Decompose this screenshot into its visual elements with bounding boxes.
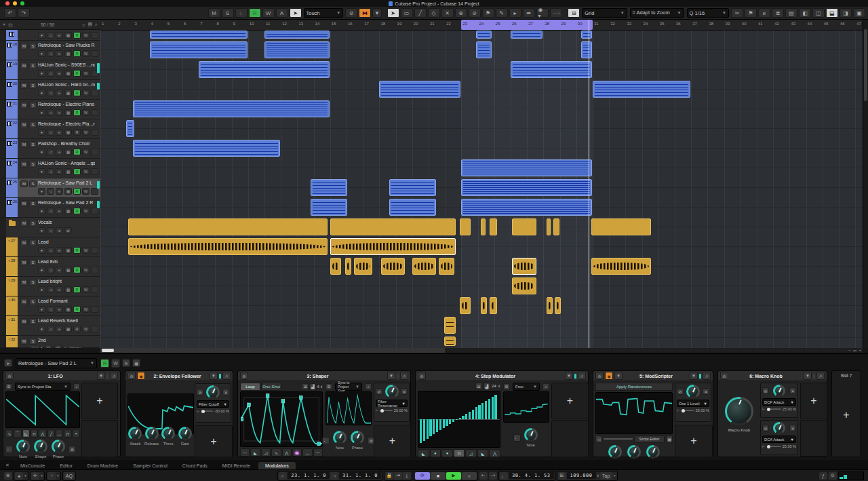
track-name[interactable]: Lead xyxy=(38,239,95,244)
macro-empty-slot[interactable] xyxy=(800,420,827,457)
add-track-button[interactable]: + xyxy=(3,22,5,27)
sidechain-icon[interactable]: ◉ xyxy=(137,372,145,380)
bypass-icon[interactable]: ⊘ xyxy=(595,372,604,380)
record-enable-icon[interactable]: ● xyxy=(38,70,45,77)
audio-clip[interactable] xyxy=(444,336,456,346)
edit-channel-icon[interactable]: e xyxy=(56,149,63,155)
record-enable-icon[interactable]: ● xyxy=(38,247,45,254)
step-bar[interactable] xyxy=(429,419,431,436)
preset-dropdown-icon[interactable]: ▼ xyxy=(690,372,698,380)
line-tool[interactable]: ➦ xyxy=(523,8,535,18)
step-bar[interactable] xyxy=(485,401,487,419)
automation-s-button[interactable]: S xyxy=(222,8,234,18)
pre-roll-icon[interactable]: ⇠ xyxy=(479,472,488,480)
attack-knob[interactable] xyxy=(128,427,142,440)
track-row[interactable]: ≈28MSLead 8vb●◁e▦RW xyxy=(0,257,100,277)
group-icon[interactable]: ≡ xyxy=(56,227,63,234)
midi-clip[interactable] xyxy=(511,61,592,78)
audio-clip[interactable] xyxy=(547,297,553,314)
record-enable-icon[interactable]: ● xyxy=(38,267,45,273)
record-enable-icon[interactable]: ● xyxy=(38,109,45,116)
phase-knob[interactable] xyxy=(52,440,65,453)
read-automation-button[interactable]: R xyxy=(100,359,109,368)
cycle-button[interactable]: ⟳ xyxy=(415,472,430,480)
find-track-icon[interactable]: ⌕ xyxy=(95,22,98,27)
open-quantize-panel-icon[interactable]: e xyxy=(758,8,770,18)
midi-clip[interactable] xyxy=(476,41,492,58)
shaper-curve-editor[interactable] xyxy=(240,391,323,447)
track-name[interactable]: Retrologue - Saw Plucks R xyxy=(38,43,95,47)
record-enable-icon[interactable]: ● xyxy=(38,149,45,155)
track-handle[interactable] xyxy=(0,178,6,197)
solo-button[interactable]: S xyxy=(29,259,37,266)
write-automation-button[interactable]: W xyxy=(82,326,90,332)
folder-event-block[interactable] xyxy=(547,218,551,235)
instrument-icon[interactable]: ▦ xyxy=(64,50,72,57)
preset-dropdown-icon[interactable]: ▼ xyxy=(387,372,395,380)
audio-clip[interactable] xyxy=(460,297,471,314)
modulator-slot-7[interactable]: Slot 7 + xyxy=(831,370,861,457)
preset-dropdown-icon[interactable]: ▼ xyxy=(565,372,573,380)
record-enable-icon[interactable]: ● xyxy=(38,168,45,175)
lfo-shape-button[interactable]: ⋀ xyxy=(39,429,46,438)
midi-clip[interactable] xyxy=(511,31,542,39)
edit-channel-icon[interactable]: e xyxy=(56,32,63,39)
audio-clip[interactable] xyxy=(555,297,561,314)
track-name[interactable]: Lead Reverb Swell xyxy=(38,318,95,323)
read-automation-button[interactable]: R xyxy=(73,109,81,116)
lfo-shape-button[interactable]: ∿ xyxy=(5,429,13,438)
instrument-icon[interactable]: ▦ xyxy=(64,326,72,332)
track-handle[interactable] xyxy=(0,100,6,119)
mute-button[interactable]: M xyxy=(20,43,28,50)
midi-clip[interactable] xyxy=(593,81,690,98)
monitor-icon[interactable]: ◁ xyxy=(47,286,54,293)
sync-icon[interactable]: ⚙ xyxy=(326,383,332,390)
step-bar[interactable] xyxy=(462,416,464,419)
time-format-icon[interactable]: ♩ xyxy=(500,472,508,480)
note-value-icon[interactable]: ♩ xyxy=(322,437,330,444)
mute-button[interactable]: M xyxy=(20,62,28,69)
track-name[interactable]: 2nd xyxy=(38,338,95,343)
track-name[interactable]: HALion Sonic - Angels ...gs xyxy=(38,161,95,166)
shaper-add-destination-button[interactable]: + xyxy=(374,425,411,457)
bypass-icon[interactable]: ⊘ xyxy=(5,372,14,380)
mute-tool[interactable]: ⊘ xyxy=(469,8,481,18)
depth-knob[interactable] xyxy=(206,385,220,399)
object-selection-tool[interactable]: ➤ xyxy=(387,8,399,18)
write-automation-button[interactable]: W xyxy=(82,129,90,136)
audio-activity-icon[interactable]: ⊙ xyxy=(829,472,837,480)
smooth-knob[interactable] xyxy=(646,445,660,459)
destination-param-dropdown[interactable]: Filter Cutoff▼ xyxy=(197,400,229,408)
right-locator-display[interactable]: 31. 1. 1. 0 xyxy=(339,472,381,479)
step-bar[interactable] xyxy=(456,419,458,420)
preset-dropdown-icon[interactable]: ▼ xyxy=(210,372,218,380)
track-row[interactable]: ≈27MSLead●◁e▦RW xyxy=(0,237,100,257)
lfo-empty-slot[interactable] xyxy=(81,420,118,457)
pin-icon[interactable]: ➤ xyxy=(4,359,12,367)
stepper-icon[interactable]: ⬍ xyxy=(498,384,500,388)
step-bar[interactable] xyxy=(459,418,461,419)
monitor-icon[interactable]: ◁ xyxy=(47,129,54,136)
monitor-icon[interactable]: ◁ xyxy=(47,326,54,332)
read-automation-button[interactable]: R xyxy=(73,168,81,175)
tab-editor[interactable]: Editor xyxy=(53,462,79,469)
monitor-icon[interactable]: ◁ xyxy=(47,32,54,39)
goto-left-locator-icon[interactable]: ⌐ xyxy=(279,472,287,480)
solo-button[interactable]: S xyxy=(29,220,37,227)
constrain-delay-icon[interactable]: ⊛ xyxy=(4,472,12,480)
remove-destination-icon[interactable]: ⊘ xyxy=(376,388,382,395)
preset-dropdown-icon[interactable]: ▼ xyxy=(97,372,105,380)
lower-zone-active-toggle[interactable]: ⬓ xyxy=(826,8,838,18)
zoom-slider[interactable]: ▭ xyxy=(853,348,857,353)
stop-button[interactable]: ■ xyxy=(431,472,446,480)
read-automation-button[interactable]: R xyxy=(73,247,81,254)
monitor-icon[interactable]: ◁ xyxy=(47,188,54,195)
folder-event-block[interactable] xyxy=(481,218,485,235)
instrument-icon[interactable]: ▦ xyxy=(64,129,72,136)
home-icon[interactable]: ⌂ xyxy=(82,22,85,27)
post-roll-icon[interactable]: ⇢ xyxy=(489,472,497,480)
monitor-icon[interactable]: ◁ xyxy=(47,109,54,116)
record-button[interactable]: ○ xyxy=(462,472,477,480)
midi-clip[interactable] xyxy=(476,31,492,39)
right-zone-toggle[interactable]: ◨ xyxy=(840,8,852,18)
